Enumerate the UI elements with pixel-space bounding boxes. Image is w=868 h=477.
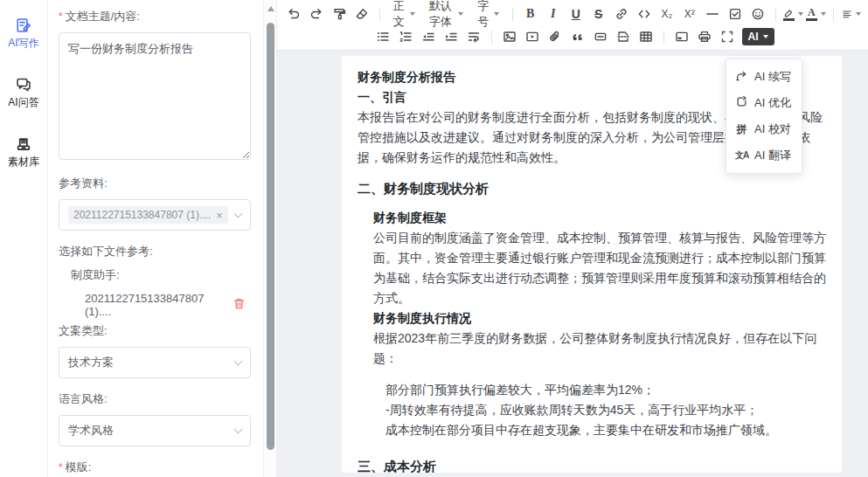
font-color-button[interactable]: A [804,4,827,24]
doc-list-line: 成本控制在部分项目中存在超支现象，主要集中在研发和市场推广领域。 [385,420,826,440]
topic-textarea[interactable]: 写一份财务制度分析报告 [59,32,251,160]
chevron-down-icon [856,12,861,16]
assistant-label: 制度助手: [71,267,251,283]
text-wrap-icon[interactable] [462,27,485,46]
menu-item-ai-proofread[interactable]: 拼 AI 校对 [726,116,802,142]
scrollbar-thumb[interactable] [267,23,274,450]
nav-item-ai-writing[interactable]: AI写作 [8,17,38,51]
print-icon[interactable] [693,27,716,46]
assistant-file-name: 2021122715133847807 (1).... [85,292,233,318]
code-icon[interactable] [633,4,656,24]
nav-item-ai-qa[interactable]: AI问答 [8,77,38,110]
outdent-icon[interactable] [417,27,440,46]
toolbar-row-2: AI [282,25,863,48]
doc-edit-icon [16,17,31,33]
style-value: 学术风格 [68,423,235,439]
toolbar-row-1: 正文 默认字体 字号 B I U S X₂ X² A [282,3,863,25]
format-painter-icon[interactable] [328,4,351,24]
writing-settings-panel: *文档主题/内容: 写一份财务制度分析报告 参考资料: 202112271513… [48,0,263,477]
editor-toolbar: 正文 默认字体 字号 B I U S X₂ X² A [277,0,868,51]
doc-heading: 三、成本分析 [358,456,826,473]
menu-item-ai-continue[interactable]: AI 续写 [726,64,802,90]
chevron-down-icon [763,35,768,38]
strikethrough-button[interactable]: S [587,4,610,24]
task-checkbox-icon[interactable] [724,4,746,24]
assistant-file-row: 2021122715133847807 (1).... [85,292,251,318]
chevron-down-icon [798,12,803,16]
app-window: AI写作 AI问答 素材库 *文档主题/内容: 写一份财务制度分析报告 参考资料… [0,0,868,477]
chevron-down-icon [821,12,826,16]
insert-video-icon[interactable] [521,27,544,46]
divider-icon[interactable] [589,27,612,46]
chevron-down-icon [494,12,499,16]
doc-heading: 二、财务制度现状分析 [358,178,826,198]
copy-type-select[interactable]: 技术方案 [59,347,251,378]
indent-icon[interactable] [440,27,462,46]
nav-item-label: AI写作 [8,36,38,51]
panel-scrollbar[interactable] [263,0,277,477]
ai-dropdown-menu: AI 续写 AI 优化 拼 AI 校对 文A AI 翻译 [726,59,802,174]
ordered-list-icon[interactable] [394,27,417,46]
fullscreen-icon[interactable] [716,27,739,46]
menu-item-ai-translate[interactable]: 文A AI 翻译 [726,142,802,169]
delete-file-icon[interactable] [233,297,246,313]
chevron-down-icon [234,425,243,433]
chevron-down-icon [234,209,243,218]
superscript-button[interactable]: X² [678,4,701,24]
doc-subheading: 财务制度执行情况 [373,308,826,328]
document-area: 财务制度分析报告 一、引言 本报告旨在对公司的财务制度进行全面分析，包括财务制度… [277,51,868,477]
style-select[interactable]: 学术风格 [59,415,251,446]
doc-list-line: -周转效率有待提高，应收账款周转天数为45天，高于行业平均水平； [385,400,826,420]
continue-writing-icon [735,69,748,85]
template-label: *模版: [59,460,251,475]
scroll-up-arrow-icon[interactable] [267,6,274,11]
translate-icon: 文A [735,149,748,162]
page-break-icon[interactable] [612,27,635,46]
insert-image-icon[interactable] [498,27,521,46]
nav-item-label: AI问答 [8,95,38,110]
file-section-label: 选择如下文件参考: [59,244,251,259]
chevron-down-icon [458,12,463,16]
doc-list-line: 部分部门预算执行偏差较大，平均偏差率为12%； [385,380,826,400]
reference-select[interactable]: 2021122715133847807 (1).... × [59,199,251,231]
emoji-icon[interactable] [746,4,769,24]
subscript-button[interactable]: X₂ [656,4,678,24]
library-icon [16,136,31,152]
blockquote-icon[interactable] [566,27,589,46]
bullet-list-icon[interactable] [372,27,394,46]
insert-table-icon[interactable] [635,27,657,46]
copy-type-label: 文案类型: [59,323,251,339]
ai-menu-button[interactable]: AI [742,28,774,45]
horizontal-rule-icon[interactable] [701,4,724,24]
doc-paragraph: 根据2023年前三季度的财务数据，公司整体财务制度执行情况良好，但存在以下问题： [373,328,826,369]
nav-item-label: 素材库 [8,155,39,169]
eraser-icon[interactable] [351,4,373,24]
bold-button[interactable]: B [519,4,542,24]
tag-close-icon[interactable]: × [216,210,223,221]
doc-paragraph: 公司目前的制度涵盖了资金管理、成本控制、预算管理、核算与报告、风险管理等方面。其… [373,228,826,308]
required-mark: * [59,10,63,23]
font-size-select[interactable]: 字号 [470,4,506,24]
undo-icon[interactable] [282,4,305,24]
align-button[interactable] [840,4,863,24]
copy-type-value: 技术方案 [68,355,235,370]
doc-subheading: 财务制度框架 [373,208,826,228]
chat-icon [16,77,31,93]
optimize-icon [735,95,748,111]
nav-item-material-library[interactable]: 素材库 [8,136,39,169]
menu-item-ai-optimize[interactable]: AI 优化 [726,90,802,116]
underline-button[interactable]: U [565,4,587,24]
topic-label: *文档主题/内容: [59,9,251,24]
paragraph-style-select[interactable]: 正文 [386,4,422,24]
chevron-down-icon [234,356,243,365]
proofread-icon: 拼 [735,122,748,137]
link-icon[interactable] [610,4,633,24]
left-nav-rail: AI写作 AI问答 素材库 [0,0,48,477]
highlight-color-button[interactable] [781,4,804,24]
preview-panel-icon[interactable] [670,27,693,46]
redo-icon[interactable] [305,4,328,24]
attachment-icon[interactable] [544,27,566,46]
italic-button[interactable]: I [542,4,565,24]
font-family-select[interactable]: 默认字体 [422,4,471,24]
editor-pane: 正文 默认字体 字号 B I U S X₂ X² A [277,0,868,477]
